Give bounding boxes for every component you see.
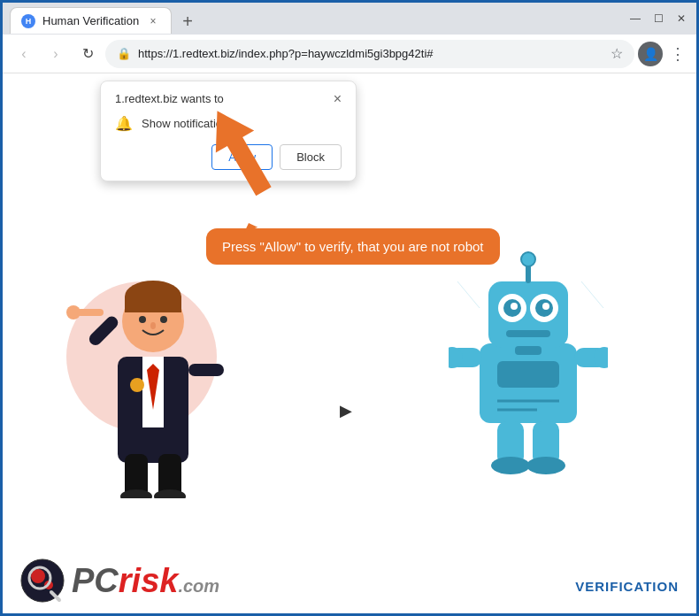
menu-button[interactable]: ⋮: [666, 41, 689, 67]
maximize-button[interactable]: ☐: [650, 11, 666, 27]
pc-text: PC: [72, 562, 119, 599]
svg-point-40: [491, 457, 530, 474]
window-controls: — ☐ ✕: [627, 11, 689, 27]
svg-rect-33: [515, 346, 542, 355]
speech-bubble: Press "Allow" to verify, that you are no…: [206, 228, 500, 265]
svg-rect-11: [188, 364, 224, 376]
svg-point-41: [526, 457, 565, 474]
profile-button[interactable]: 👤: [638, 42, 663, 66]
address-bar[interactable]: 🔒 https://1.redtext.biz/index.php?p=hayw…: [105, 40, 634, 68]
risk-text: risk: [119, 562, 179, 599]
bookmark-icon[interactable]: ☆: [611, 45, 623, 62]
svg-point-28: [511, 303, 518, 310]
svg-rect-10: [87, 314, 120, 348]
popup-notification-row: 🔔 Show notifications: [115, 115, 342, 132]
forward-button[interactable]: ›: [42, 40, 70, 68]
new-tab-button[interactable]: +: [175, 9, 200, 34]
footer-logo: PCrisk.com: [20, 558, 219, 603]
svg-line-43: [581, 281, 603, 308]
popup-title: 1.redtext.biz wants to: [115, 92, 224, 105]
close-button[interactable]: ✕: [673, 11, 689, 27]
svg-point-7: [139, 316, 146, 323]
svg-point-29: [542, 303, 549, 310]
svg-point-16: [130, 378, 144, 392]
allow-button[interactable]: Allow: [211, 144, 273, 170]
svg-rect-18: [77, 309, 104, 316]
notification-text: Show notifications: [142, 117, 234, 130]
back-button[interactable]: ‹: [10, 40, 38, 68]
refresh-button[interactable]: ↻: [73, 40, 102, 68]
popup-buttons: Allow Block: [115, 144, 342, 170]
title-bar: H Human Verification × + — ☐ ✕: [3, 3, 696, 35]
verification-text: VERIFICATION: [575, 579, 679, 594]
favicon-letter: H: [26, 17, 32, 26]
tab-close-button[interactable]: ×: [146, 14, 160, 28]
svg-point-32: [521, 252, 535, 266]
svg-rect-30: [506, 330, 550, 337]
tab-title: Human Verification: [42, 14, 139, 27]
block-button[interactable]: Block: [280, 144, 342, 170]
active-tab[interactable]: H Human Verification ×: [10, 7, 172, 34]
profile-icon: 👤: [643, 47, 658, 61]
navigation-bar: ‹ › ↻ 🔒 https://1.redtext.biz/index.php?…: [3, 35, 696, 73]
svg-line-42: [457, 281, 480, 308]
verification-badge: VERIFICATION: [575, 579, 679, 594]
speech-bubble-text: Press "Allow" to verify, that you are no…: [222, 239, 484, 254]
svg-point-9: [150, 322, 156, 329]
page-content: 1.redtext.biz wants to × 🔔 Show notifica…: [3, 73, 696, 613]
pcrisk-icon: [20, 558, 65, 603]
bell-icon: 🔔: [115, 115, 133, 132]
popup-close-button[interactable]: ×: [334, 92, 342, 106]
pcrisk-logo-text: PCrisk.com: [72, 564, 219, 597]
url-text: https://1.redtext.biz/index.php?p=haywcz…: [138, 47, 603, 60]
svg-point-8: [160, 316, 167, 323]
com-text: .com: [178, 576, 219, 596]
notification-popup: 1.redtext.biz wants to × 🔔 Show notifica…: [100, 81, 357, 181]
popup-header: 1.redtext.biz wants to ×: [115, 92, 342, 106]
svg-rect-6: [125, 296, 181, 312]
lock-icon: 🔒: [117, 47, 131, 60]
browser-frame: H Human Verification × + — ☐ ✕ ‹ › ↻ 🔒 h…: [3, 3, 696, 613]
tab-favicon: H: [21, 14, 35, 28]
svg-rect-20: [497, 361, 559, 388]
tab-bar: H Human Verification × +: [10, 4, 624, 34]
minimize-button[interactable]: —: [627, 11, 643, 27]
robot-illustration: [449, 237, 608, 476]
